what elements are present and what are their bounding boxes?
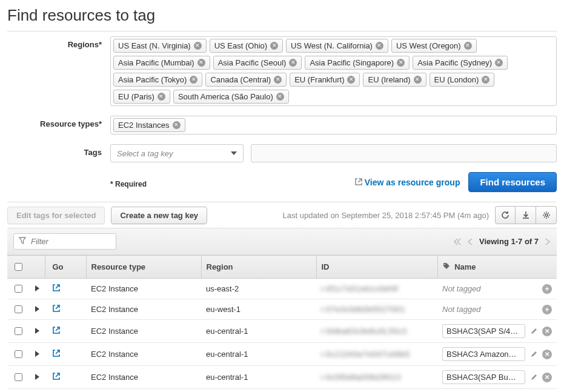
remove-pill-icon[interactable]: ✕ — [482, 76, 489, 84]
filter-box[interactable] — [13, 233, 116, 250]
pill-label: EC2 Instances — [118, 121, 170, 130]
go-to-resource-button[interactable] — [52, 349, 61, 357]
pill[interactable]: US East (N. Virginia)✕ — [113, 39, 207, 53]
cell-region: eu-central-1 — [201, 366, 316, 389]
add-name-tag-button[interactable]: + — [542, 305, 552, 314]
refresh-button[interactable] — [495, 206, 516, 224]
clear-tag-button[interactable]: ✕ — [542, 373, 552, 382]
remove-pill-icon[interactable]: ✕ — [190, 76, 197, 84]
regions-tagbox[interactable]: US East (N. Virginia)✕US East (Ohio)✕US … — [110, 36, 557, 106]
table-row: EC2 Instanceeu-central-1i-071c011731047c… — [7, 389, 557, 393]
go-to-resource-button[interactable] — [52, 372, 61, 380]
not-tagged-label: Not tagged — [442, 305, 481, 314]
pill[interactable]: South America (São Paulo)✕ — [173, 90, 289, 104]
pill[interactable]: US East (Ohio)✕ — [210, 39, 283, 53]
remove-pill-icon[interactable]: ✕ — [158, 93, 165, 101]
row-checkbox[interactable] — [15, 327, 22, 335]
refresh-icon — [501, 211, 509, 219]
col-header-id[interactable]: ID — [316, 256, 437, 279]
not-tagged-label: Not tagged — [442, 284, 481, 293]
find-resources-button[interactable]: Find resources — [468, 172, 557, 192]
pill[interactable]: EU (London)✕ — [430, 73, 495, 87]
pill[interactable]: Canada (Central)✕ — [205, 73, 287, 87]
remove-pill-icon[interactable]: ✕ — [289, 59, 297, 67]
go-to-resource-button[interactable] — [52, 304, 61, 313]
expand-row-icon[interactable] — [35, 305, 39, 314]
create-tag-key-button[interactable]: Create a new tag key — [111, 207, 207, 224]
remove-pill-icon[interactable]: ✕ — [194, 42, 202, 50]
col-header-go[interactable]: Go — [45, 256, 86, 279]
pill[interactable]: EC2 Instances✕ — [113, 118, 185, 132]
pill[interactable]: EU (Paris)✕ — [113, 90, 170, 104]
remove-pill-icon[interactable]: ✕ — [464, 42, 472, 50]
expand-row-icon[interactable] — [35, 327, 39, 336]
download-button[interactable] — [516, 206, 536, 224]
pill[interactable]: EU (Ireland)✕ — [363, 73, 426, 87]
chevron-right-icon — [545, 238, 551, 245]
tag-value-input[interactable] — [251, 144, 557, 162]
clear-tag-button[interactable]: ✕ — [542, 327, 552, 336]
cell-resource-type: EC2 Instance — [86, 320, 201, 343]
table-row: EC2 Instanceus-east-2i-0f1c7d31eb1c0ef4f… — [7, 279, 557, 299]
pill[interactable]: Asia Pacific (Tokyo)✕ — [113, 73, 202, 87]
remove-pill-icon[interactable]: ✕ — [397, 59, 405, 67]
pill[interactable]: US West (Oregon)✕ — [391, 39, 477, 53]
name-tag-value[interactable]: BSHAC3 Amazon… — [442, 347, 525, 361]
pill[interactable]: Asia Pacific (Seoul)✕ — [213, 56, 302, 70]
edit-tag-icon[interactable] — [529, 373, 539, 382]
remove-pill-icon[interactable]: ✕ — [414, 76, 422, 84]
remove-pill-icon[interactable]: ✕ — [276, 93, 284, 101]
col-header-resource-type[interactable]: Resource type — [86, 256, 201, 279]
expand-row-icon[interactable] — [35, 350, 39, 359]
cell-id: i-0ldba63c9e6u0L55c3 — [321, 327, 407, 336]
pill[interactable]: Asia Pacific (Singapore)✕ — [305, 56, 410, 70]
col-header-name[interactable]: Name — [437, 256, 557, 279]
name-tag-value[interactable]: BSHAC3(SAP Bu… — [442, 370, 525, 384]
pill[interactable]: Asia Pacific (Mumbai)✕ — [113, 56, 210, 70]
select-all-checkbox[interactable] — [15, 263, 22, 271]
remove-pill-icon[interactable]: ✕ — [376, 42, 383, 50]
edit-tag-icon[interactable] — [529, 327, 539, 336]
remove-pill-icon[interactable]: ✕ — [347, 76, 355, 84]
remove-pill-icon[interactable]: ✕ — [173, 121, 181, 129]
filter-input[interactable] — [30, 236, 111, 247]
remove-pill-icon[interactable]: ✕ — [197, 59, 205, 67]
gear-icon — [542, 211, 551, 219]
table-row: EC2 Instanceeu-west-1i-07e3c0db0b5527001… — [7, 299, 557, 320]
row-checkbox[interactable] — [15, 305, 22, 313]
row-checkbox[interactable] — [15, 285, 22, 293]
pill[interactable]: Asia Pacific (Sydney)✕ — [413, 56, 508, 70]
tag-key-select[interactable]: Select a tag key — [110, 144, 244, 162]
filter-icon — [19, 237, 26, 246]
go-to-resource-button[interactable] — [52, 326, 61, 334]
go-to-resource-button[interactable] — [52, 284, 61, 292]
resource-types-tagbox[interactable]: EC2 Instances✕ — [110, 116, 557, 135]
row-checkbox[interactable] — [15, 350, 22, 358]
col-header-region[interactable]: Region — [201, 256, 316, 279]
cell-resource-type: EC2 Instance — [86, 279, 201, 299]
tag-key-select-placeholder: Select a tag key — [117, 149, 173, 158]
name-tag-value[interactable]: BSHAC3(SAP S/4… — [442, 324, 525, 338]
row-checkbox[interactable] — [15, 373, 22, 381]
last-updated-text: Last updated on September 25, 2018 2:57:… — [283, 211, 489, 220]
external-link-icon — [355, 178, 362, 187]
cell-region: eu-central-1 — [201, 320, 316, 343]
remove-pill-icon[interactable]: ✕ — [270, 42, 278, 50]
pill-label: Asia Pacific (Sydney) — [417, 58, 492, 67]
settings-button[interactable] — [536, 206, 557, 224]
add-name-tag-button[interactable]: + — [542, 284, 552, 294]
pager-first-button[interactable] — [454, 238, 461, 245]
pill[interactable]: US West (N. California)✕ — [286, 39, 388, 53]
expand-row-icon[interactable] — [35, 373, 39, 382]
cell-region: eu-west-1 — [201, 299, 316, 320]
view-as-resource-group-link[interactable]: View as resource group — [355, 178, 460, 187]
pager-next-button[interactable] — [545, 238, 551, 245]
pill[interactable]: EU (Frankfurt)✕ — [290, 73, 360, 87]
caret-down-icon — [231, 151, 237, 155]
expand-row-icon[interactable] — [35, 284, 39, 293]
clear-tag-button[interactable]: ✕ — [542, 350, 552, 359]
remove-pill-icon[interactable]: ✕ — [495, 59, 503, 67]
remove-pill-icon[interactable]: ✕ — [274, 76, 282, 84]
edit-tag-icon[interactable] — [529, 350, 539, 359]
pager-prev-button[interactable] — [467, 238, 473, 245]
